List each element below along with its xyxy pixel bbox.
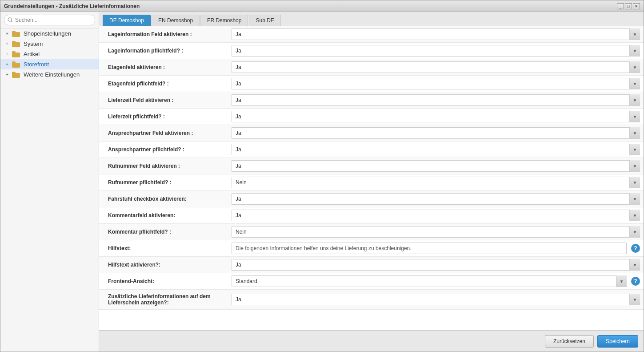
expand-icon: + [4, 41, 10, 47]
select-zusaetzliche-lieferinformationen[interactable]: JaNein [232, 294, 640, 305]
form-label-fahrstuhl-checkbox-aktivieren: Fahrstuhl checkbox aktivieren: [99, 191, 228, 207]
select-frontend-ansicht[interactable]: Standard [232, 275, 627, 287]
select-lageinformation-pflichtfeld[interactable]: JaNein [232, 45, 640, 57]
select-wrapper-rufnummer-feld-aktivieren: JaNein▼ [232, 160, 640, 172]
form-row-ansprechpartner-feld-aktivieren: Ansprechpartner Feld aktivieren :JaNein▼ [99, 125, 644, 142]
folder-icon [12, 72, 20, 78]
form-label-hilfstext: Hilfstext: [99, 240, 228, 257]
form-label-hilfstext-aktivieren: Hilfstext aktivieren?: [99, 257, 228, 273]
select-ansprechpartner-feld-aktivieren[interactable]: JaNein [232, 127, 640, 139]
select-ansprechpartner-pflichtfeld[interactable]: JaNein [232, 144, 640, 155]
tab-de-demoshop[interactable]: DE Demoshop [103, 15, 151, 26]
form-value-cell-hilfstext: ? [228, 240, 644, 257]
form-row-rufnummer-feld-aktivieren: Rufnummer Feld aktivieren :JaNein▼ [99, 158, 644, 174]
minimize-button[interactable]: _ [617, 3, 624, 9]
select-etagenfeld-aktivieren[interactable]: JaNein [232, 61, 640, 73]
form-label-rufnummer-feld-aktivieren: Rufnummer Feld aktivieren : [99, 158, 228, 174]
form-label-frontend-ansicht: Frontend-Ansicht: [99, 273, 228, 290]
sidebar-item-label: Weitere Einstellungen [24, 71, 80, 78]
form-label-lieferzeit-pflichtfeld: Lieferzeit pflichtfeld? : [99, 109, 228, 125]
select-wrapper-hilfstext-aktivieren: JaNein▼ [232, 259, 640, 271]
close-button[interactable]: ✕ [633, 3, 640, 9]
form-value-cell-rufnummer-feld-aktivieren: JaNein▼ [228, 158, 644, 174]
select-wrapper-lageinformation-feld-aktivieren: JaNein▼ [232, 28, 640, 40]
sidebar-item-shopeinstellungen[interactable]: + Shopeinstellungen [0, 28, 99, 39]
window-controls: _ □ ✕ [617, 3, 640, 9]
sidebar-item-label: System [24, 40, 43, 47]
restore-button[interactable]: □ [625, 3, 632, 9]
folder-icon [12, 41, 20, 47]
form-value-cell-lageinformation-pflichtfeld: JaNein▼ [228, 43, 644, 59]
form-label-kommentarfeld-aktivieren: Kommentarfeld aktivieren: [99, 207, 228, 224]
window-title: Grundeinstellungen - Zusätzliche Lieferi… [4, 3, 140, 9]
form-value-cell-fahrstuhl-checkbox-aktivieren: JaNein▼ [228, 191, 644, 207]
form-row-kommentarfeld-aktivieren: Kommentarfeld aktivieren:JaNein▼ [99, 207, 644, 224]
select-kommentarfeld-aktivieren[interactable]: JaNein [232, 210, 640, 221]
tab-sub-de[interactable]: Sub DE [249, 15, 280, 26]
form-label-etagenfeld-pflichtfeld: Etagenfeld pflichtfeld? : [99, 76, 228, 92]
form-row-lieferzeit-feld-aktivieren: Lieferzeit Feld aktivieren :JaNein▼ [99, 92, 644, 109]
sidebar-item-system[interactable]: + System [0, 39, 99, 49]
select-lieferzeit-pflichtfeld[interactable]: JaNein [232, 111, 640, 122]
folder-icon [12, 51, 20, 57]
sidebar-item-storefront[interactable]: + Storefront [0, 59, 99, 69]
expand-icon: + [4, 72, 10, 78]
select-rufnummer-feld-aktivieren[interactable]: JaNein [232, 160, 640, 172]
form-label-ansprechpartner-pflichtfeld: Ansprechpartner pflichtfeld? : [99, 142, 228, 158]
form-row-hilfstext-aktivieren: Hilfstext aktivieren?:JaNein▼ [99, 257, 644, 273]
select-etagenfeld-pflichtfeld[interactable]: JaNein [232, 78, 640, 89]
form-label-zusaetzliche-lieferinformationen: Zusätzliche Lieferinformationen auf dem … [99, 290, 228, 310]
tab-en-demoshop[interactable]: EN Demoshop [152, 15, 200, 26]
value-with-help-frontend-ansicht: Standard▼? [232, 275, 640, 287]
sidebar: + Shopeinstellungen + System + Artikel +… [0, 12, 99, 352]
search-box [0, 12, 99, 28]
sidebar-item-label: Artikel [24, 51, 40, 57]
select-wrapper-kommentarfeld-aktivieren: JaNein▼ [232, 210, 640, 221]
select-fahrstuhl-checkbox-aktivieren[interactable]: JaNein [232, 193, 640, 205]
text-input-hilfstext[interactable] [232, 243, 627, 254]
save-button[interactable]: Speichern [597, 335, 638, 348]
help-icon-hilfstext[interactable]: ? [631, 244, 640, 253]
select-wrapper-lageinformation-pflichtfeld: JaNein▼ [232, 45, 640, 57]
search-input[interactable] [4, 15, 95, 25]
sidebar-item-artikel[interactable]: + Artikel [0, 49, 99, 59]
form-value-cell-frontend-ansicht: Standard▼? [228, 273, 644, 290]
select-wrapper-ansprechpartner-feld-aktivieren: JaNein▼ [232, 127, 640, 139]
form-label-rufnummer-pflichtfeld: Rufnummer pflichtfeld? : [99, 174, 228, 191]
select-wrapper-lieferzeit-feld-aktivieren: JaNein▼ [232, 94, 640, 106]
form-label-etagenfeld-aktivieren: Etagenfeld aktivieren : [99, 59, 228, 76]
select-rufnummer-pflichtfeld[interactable]: JaNein [232, 177, 640, 188]
select-hilfstext-aktivieren[interactable]: JaNein [232, 259, 640, 271]
sidebar-item-weitere-einstellungen[interactable]: + Weitere Einstellungen [0, 69, 99, 80]
form-value-cell-hilfstext-aktivieren: JaNein▼ [228, 257, 644, 273]
form-value-cell-kommentarfeld-aktivieren: JaNein▼ [228, 207, 644, 224]
select-lageinformation-feld-aktivieren[interactable]: JaNein [232, 28, 640, 40]
help-icon-frontend-ansicht[interactable]: ? [631, 277, 640, 286]
select-wrapper-etagenfeld-pflichtfeld: JaNein▼ [232, 78, 640, 89]
form-row-etagenfeld-aktivieren: Etagenfeld aktivieren :JaNein▼ [99, 59, 644, 76]
select-lieferzeit-feld-aktivieren[interactable]: JaNein [232, 94, 640, 106]
form-value-cell-zusaetzliche-lieferinformationen: JaNein▼ [228, 290, 644, 310]
text-wrapper-hilfstext: ? [232, 243, 640, 254]
reset-button[interactable]: Zurücksetzen [545, 335, 594, 348]
expand-icon: + [4, 31, 10, 37]
form-value-cell-etagenfeld-pflichtfeld: JaNein▼ [228, 76, 644, 92]
form-row-lageinformation-feld-aktivieren: Lageinformation Feld aktivieren :JaNein▼ [99, 26, 644, 43]
main-window: Grundeinstellungen - Zusätzliche Lieferi… [0, 0, 644, 352]
form-value-cell-rufnummer-pflichtfeld: JaNein▼ [228, 174, 644, 191]
select-wrapper-kommentar-pflichtfeld: JaNein▼ [232, 226, 640, 238]
expand-icon: + [4, 61, 10, 68]
form-label-ansprechpartner-feld-aktivieren: Ansprechpartner Feld aktivieren : [99, 125, 228, 142]
tab-fr-demoshop[interactable]: FR Demoshop [200, 15, 248, 26]
form-value-cell-ansprechpartner-pflichtfeld: JaNein▼ [228, 142, 644, 158]
form-row-ansprechpartner-pflichtfeld: Ansprechpartner pflichtfeld? :JaNein▼ [99, 142, 644, 158]
form-row-zusaetzliche-lieferinformationen: Zusätzliche Lieferinformationen auf dem … [99, 290, 644, 310]
form-label-lageinformation-feld-aktivieren: Lageinformation Feld aktivieren : [99, 26, 228, 43]
select-kommentar-pflichtfeld[interactable]: JaNein [232, 226, 640, 238]
form-row-etagenfeld-pflichtfeld: Etagenfeld pflichtfeld? :JaNein▼ [99, 76, 644, 92]
select-wrapper-zusaetzliche-lieferinformationen: JaNein▼ [232, 294, 640, 305]
expand-icon: + [4, 51, 10, 57]
form-value-cell-kommentar-pflichtfeld: JaNein▼ [228, 224, 644, 240]
folder-icon [12, 61, 20, 68]
sidebar-item-label: Shopeinstellungen [24, 30, 71, 37]
